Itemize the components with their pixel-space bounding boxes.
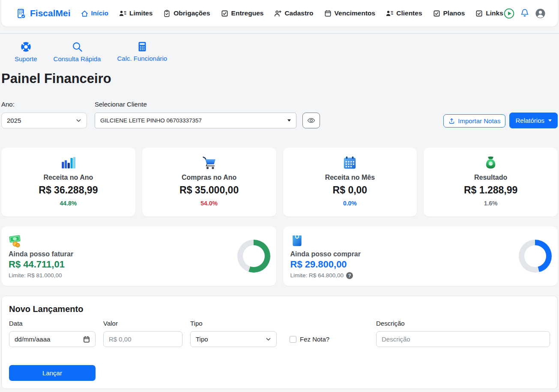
stat-card-compras-ano: Compras no AnoR$ 35.000,0054.0%: [142, 148, 276, 217]
account-button[interactable]: [535, 8, 546, 19]
person-circle-icon: [535, 8, 546, 19]
nav-item-label: Vencimentos: [335, 9, 376, 17]
client-select[interactable]: GILCIENE LEITE PINHO 06703337357: [95, 113, 296, 128]
gauge-donut: [237, 240, 270, 273]
house-icon: [81, 10, 88, 17]
nav-item-label: Obrigações: [173, 9, 210, 17]
nav-item-limites[interactable]: Limites: [119, 9, 152, 17]
type-select[interactable]: Tipo: [190, 331, 277, 347]
type-select-value: Tipo: [196, 336, 208, 343]
form-title: Novo Lançamento: [9, 304, 550, 314]
chevron-down-icon: [266, 336, 271, 342]
description-label: Descrição: [376, 320, 550, 327]
play-circle-icon: [504, 8, 514, 19]
stat-value: R$ 36.288,99: [39, 184, 98, 196]
svg-text:$: $: [490, 161, 492, 166]
date-input[interactable]: dd/mm/aaaa: [9, 331, 96, 347]
reports-label: Relatórios: [515, 117, 544, 124]
client-select-value: GILCIENE LEITE PINHO 06703337357: [100, 117, 202, 124]
check-square-icon: [221, 10, 228, 17]
lifebuoy-icon: [20, 41, 32, 53]
stats-grid: Receita no AnoR$ 36.288,9944.8%Compras n…: [1, 148, 558, 217]
nav-item-label: Planos: [443, 9, 465, 17]
year-select[interactable]: 2025: [1, 113, 87, 128]
chevron-down-icon: [76, 118, 81, 123]
quick-link-consulta-rapida[interactable]: Consulta Rápida: [54, 41, 101, 62]
date-label: Data: [9, 320, 96, 327]
bell-icon: [520, 8, 530, 18]
quick-links: SuporteConsulta RápidaCalc. Funcionário: [15, 41, 559, 62]
client-label: Selecionar Cliente: [95, 101, 296, 108]
gauge-donut: [519, 240, 552, 273]
quick-link-label: Calc. Funcionário: [117, 55, 167, 62]
nav-item-inicio[interactable]: Início: [81, 9, 108, 17]
check-square-icon: [475, 10, 483, 17]
check-square-icon: [433, 10, 440, 17]
caret-down-icon: [287, 119, 291, 122]
value-label: Valor: [103, 320, 182, 327]
calculator-icon: [137, 41, 148, 52]
value-input[interactable]: [103, 331, 182, 347]
gauge-value: R$ 29.800,00: [290, 259, 361, 270]
year-select-value: 2025: [7, 117, 21, 124]
view-client-button[interactable]: [302, 113, 320, 128]
clipboard-check-icon: [163, 10, 170, 17]
notifications-button[interactable]: [520, 8, 530, 18]
filters-row: Ano: 2025 Selecionar Cliente GILCIENE LE…: [1, 101, 558, 128]
nav-item-planos[interactable]: Planos: [433, 9, 465, 17]
stat-label: Compras no Ano: [182, 174, 236, 181]
cart-icon: [201, 155, 217, 170]
person-plus-icon: [274, 10, 281, 17]
gauge-card-comprar: Ainda posso comprarR$ 29.800,00Limite: R…: [283, 226, 558, 286]
import-notes-button[interactable]: Importar Notas: [443, 114, 505, 128]
type-label: Tipo: [190, 320, 277, 327]
help-icon[interactable]: ?: [346, 272, 353, 279]
stat-card-receita-ano: Receita no AnoR$ 36.288,9944.8%: [1, 148, 135, 217]
description-input[interactable]: [376, 331, 550, 347]
quick-link-label: Consulta Rápida: [54, 55, 101, 62]
nav-item-obrigacoes[interactable]: Obrigações: [163, 9, 210, 17]
stat-percent: 1.6%: [484, 200, 498, 207]
nav-item-label: Limites: [129, 9, 152, 17]
upload-icon: [448, 118, 455, 124]
stat-percent: 44.8%: [60, 200, 77, 207]
search-icon: [72, 41, 83, 53]
bar-chart-icon: [60, 155, 76, 170]
brand-name: FiscalMei: [30, 8, 71, 18]
stat-value: R$ 1.288,99: [464, 184, 517, 196]
nav-item-clientes[interactable]: Clientes: [386, 9, 422, 17]
gauge-info: Ainda posso faturarR$ 44.711,01Limite: R…: [9, 234, 73, 279]
gauge-card-faturar: Ainda posso faturarR$ 44.711,01Limite: R…: [1, 226, 276, 286]
nav-item-label: Entregues: [231, 9, 264, 17]
nav-item-links[interactable]: Links: [475, 9, 503, 17]
stat-value: R$ 35.000,00: [179, 184, 239, 196]
submit-button[interactable]: Lançar: [9, 365, 96, 381]
reports-button[interactable]: Relatórios: [509, 113, 558, 128]
stat-percent: 54.0%: [200, 200, 218, 207]
nav-item-vencimentos[interactable]: Vencimentos: [324, 9, 376, 17]
quick-link-label: Suporte: [15, 55, 37, 62]
gauge-limit: Limite: R$ 81.000,00: [9, 272, 73, 279]
nav-items: InícioLimitesObrigaçõesEntreguesCadastro…: [81, 9, 503, 17]
stat-label: Resultado: [474, 174, 507, 181]
brand-logo[interactable]: FiscalMei: [16, 8, 71, 19]
gauge-info: Ainda posso comprarR$ 29.800,00Limite: R…: [290, 234, 361, 279]
nav-item-label: Cadastro: [284, 9, 313, 17]
money-bag-icon: $: [484, 155, 498, 170]
new-entry-form: Novo Lançamento Data dd/mm/aaaa Valor Ti…: [1, 296, 558, 389]
stat-label: Receita no Mês: [325, 174, 375, 181]
nav-item-entregues[interactable]: Entregues: [221, 9, 264, 17]
nav-item-cadastro[interactable]: Cadastro: [274, 9, 313, 17]
money-wings-icon: [9, 234, 73, 248]
stat-card-resultado: $ResultadoR$ 1.288,991.6%: [424, 148, 558, 217]
quick-link-calc-funcionario[interactable]: Calc. Funcionário: [117, 41, 167, 62]
year-label: Ano:: [1, 101, 87, 108]
gauge-limit: Limite: R$ 64.800,00?: [290, 272, 361, 279]
stat-value: R$ 0,00: [333, 184, 368, 196]
quick-link-suporte[interactable]: Suporte: [15, 41, 37, 62]
fez-nota-label: Fez Nota?: [300, 336, 329, 343]
import-notes-label: Importar Notas: [458, 117, 500, 125]
fez-nota-checkbox[interactable]: [290, 336, 296, 343]
video-button[interactable]: [504, 8, 514, 19]
shopping-bag-icon: [290, 234, 361, 248]
